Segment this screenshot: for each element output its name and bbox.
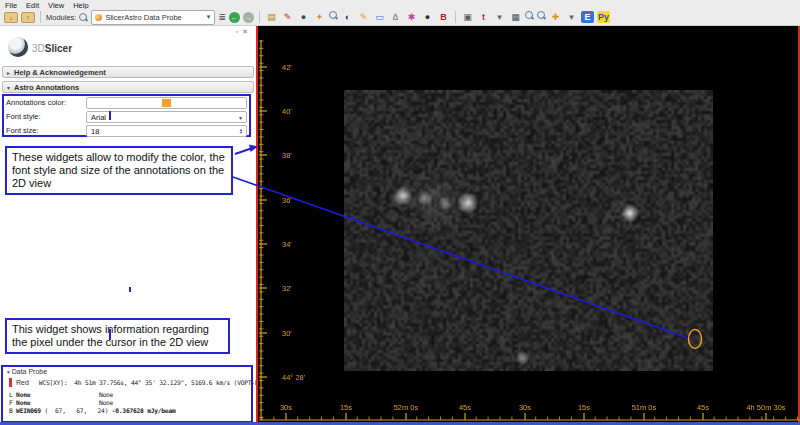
add-data-caret-icon[interactable]: ▾: [565, 11, 578, 23]
measurements-icon[interactable]: ∆: [389, 11, 402, 23]
module-back-button[interactable]: ←: [229, 12, 240, 23]
spinbox-arrows[interactable]: ▴ ▾: [240, 128, 242, 135]
axis-tick-label: 15s: [578, 403, 590, 412]
annotations-color-picker[interactable]: [86, 97, 247, 109]
data-probe-title: Data Probe: [12, 368, 47, 375]
markups-pencil-icon[interactable]: ✎: [357, 11, 370, 23]
astro-annotations-section[interactable]: ▾ Astro Annotations: [2, 81, 254, 93]
shield-module-icon[interactable]: ●: [421, 11, 434, 23]
save-scene-icon[interactable]: ↓: [4, 12, 18, 23]
favorite-modules-group: ▤✎●✦◐✎▭∆✱●B: [265, 11, 450, 23]
red-slice-color-bar: [9, 378, 12, 387]
toolbar-separator: [455, 11, 456, 23]
font-style-combobox[interactable]: Arial ▾: [86, 111, 247, 123]
axis-tick-label: 15s: [340, 403, 352, 412]
module-icon: [95, 14, 102, 21]
font-size-label: Font size:: [6, 126, 39, 135]
collapse-arrow-icon: ▾: [7, 369, 10, 375]
probe-row-F: F NoneNone: [9, 399, 30, 406]
annotations-color-label: Annotations color:: [6, 98, 66, 107]
callout-data-probe: This widget shows information regarding …: [5, 318, 230, 354]
extensions-manager-icon[interactable]: E: [581, 11, 594, 23]
find-prev-snapshot-icon[interactable]: [525, 11, 534, 20]
capture-toolbar-group: ▣t▾▦✚▾EPy: [461, 11, 610, 23]
section-label: Astro Annotations: [14, 83, 79, 92]
screenshot-icon[interactable]: ▣: [461, 11, 474, 23]
module-forward-button[interactable]: →: [243, 12, 254, 23]
font-size-spinbox[interactable]: 18 ▴ ▾: [86, 125, 247, 137]
thermometer-icon[interactable]: t: [477, 11, 490, 23]
bold-b-icon[interactable]: B: [437, 11, 450, 23]
main-toolbar: ↓↑ Modules: SlicerAstro Data Probe ▼ ≣ ←…: [0, 9, 800, 26]
axis-tick-label: 38': [282, 151, 292, 160]
toolbar-separator: [40, 11, 41, 23]
axis-tick-label: 30': [282, 329, 292, 338]
find-next-snapshot-icon[interactable]: [537, 11, 546, 20]
colors-module-icon[interactable]: ✱: [405, 11, 418, 23]
add-data-plus-icon[interactable]: ✚: [549, 11, 562, 23]
axis-tick-label: 30s: [280, 403, 292, 412]
modules-list-icon[interactable]: ▤: [265, 11, 278, 23]
probe-row-B: B WEIN069 ( 67, 67, 24) -0.367628 mJy/be…: [9, 407, 175, 414]
thermometer-caret-icon[interactable]: ▾: [493, 11, 506, 23]
app-title-3d: 3D: [32, 43, 45, 54]
chevron-down-icon: ▼: [205, 14, 211, 20]
axis-tick-label: 40': [282, 107, 292, 116]
axis-tick-label: 34': [282, 240, 292, 249]
module-selector-value: SlicerAstro Data Probe: [105, 13, 181, 22]
wcs-readout-row: Red WCS[XY]: 4h 51m 37.756s, 44° 35' 32.…: [9, 378, 269, 387]
font-style-label: Font style:: [6, 112, 41, 121]
data-probe-header[interactable]: ▾ Data Probe: [3, 367, 251, 375]
axis-tick-label: 32': [282, 284, 292, 293]
module-selector-combobox[interactable]: SlicerAstro Data Probe ▼: [91, 10, 215, 25]
crop-volume-icon[interactable]: ▭: [373, 11, 386, 23]
font-style-value: Arial: [91, 113, 106, 122]
module-search-icon[interactable]: [79, 13, 88, 22]
transforms-module-icon[interactable]: ✦: [313, 11, 326, 23]
collapse-arrow-icon: ▾: [7, 84, 10, 91]
annotations-pen-icon[interactable]: ✎: [281, 11, 294, 23]
scene-views-icon[interactable]: ◐: [341, 11, 354, 23]
slice-name-label: Red: [16, 379, 29, 386]
axis-tick-label: 4h 50m 30s: [746, 403, 785, 412]
module-history-icon[interactable]: ≣: [218, 12, 226, 22]
slicer-logo: [8, 37, 28, 57]
axis-tick-label: 42': [282, 63, 292, 72]
wcs-coordinates-value: WCS[XY]: 4h 51m 37.756s, 44° 35' 32.129"…: [39, 379, 269, 386]
file-toolbar-group: ↓↑: [4, 12, 35, 23]
chevron-down-icon: ▾: [239, 114, 242, 121]
data-probe-panel: ▾ Data Probe Red WCS[XY]: 4h 51m 37.756s…: [1, 365, 253, 423]
axis-tick-label: 36': [282, 196, 292, 205]
panel-undock-icon[interactable]: ▫: [236, 28, 238, 35]
mask-module-icon[interactable]: ●: [297, 11, 310, 23]
load-data-icon[interactable]: ↑: [21, 12, 35, 23]
modules-label: Modules:: [46, 13, 76, 22]
python-console-icon[interactable]: Py: [597, 11, 610, 23]
collapse-arrow-icon: ▸: [7, 69, 10, 76]
axis-tick-label: 45s: [697, 403, 709, 412]
spin-down-icon[interactable]: ▾: [240, 131, 242, 135]
toolbar-separator: [259, 11, 260, 23]
wcs-axes-overlay: 42'40'38'36'34'32'30'44° 28'30s15s52m 0s…: [256, 26, 800, 425]
app-title-slicer: Slicer: [45, 43, 72, 54]
axis-tick-label: 52m 0s: [394, 403, 419, 412]
help-acknowledgement-section[interactable]: ▸ Help & Acknowledgement: [2, 66, 254, 78]
callout-annotations-widgets: These widgets allow to modify the color,…: [5, 146, 233, 195]
axis-tick-label: 44° 28': [282, 373, 306, 382]
font-size-value: 18: [91, 127, 99, 136]
axis-tick-label: 45s: [459, 403, 471, 412]
section-label: Help & Acknowledgement: [14, 68, 106, 77]
save-snapshot-icon[interactable]: ▦: [509, 11, 522, 23]
axis-tick-label: 51m 0s: [632, 403, 657, 412]
panel-close-icon[interactable]: ✕: [242, 28, 248, 36]
beam-ellipse-annotation: [689, 330, 702, 349]
color-swatch: [162, 99, 171, 107]
zoom-module-icon[interactable]: [329, 11, 338, 20]
axis-tick-label: 30s: [519, 403, 531, 412]
probe-row-L: L NoneNone: [9, 391, 30, 398]
app-title: 3DSlicer: [32, 43, 72, 54]
